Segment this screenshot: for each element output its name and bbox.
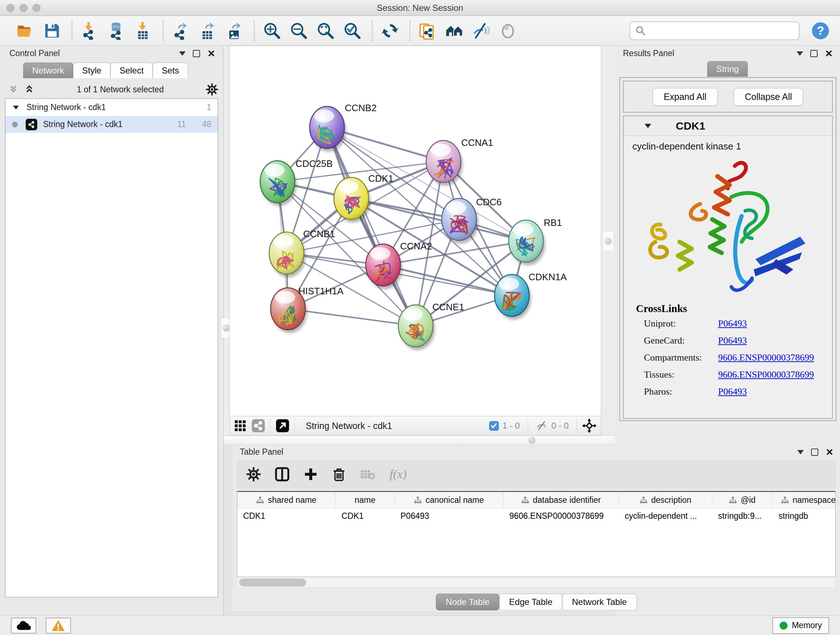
apply-layout-button[interactable] [380,19,400,42]
node-result-card: CDK1 cyclin-dependent kinase 1 [623,116,833,419]
help-button[interactable]: ? [810,19,831,42]
zoom-selected-button[interactable] [342,19,363,42]
column-header[interactable]: description [619,492,712,508]
tab-network-table[interactable]: Network Table [562,594,637,610]
network-overview-document-button[interactable] [417,19,438,42]
expand-all-icon[interactable] [24,84,35,95]
show-all-button[interactable] [498,19,518,42]
import-network-file-button[interactable] [80,19,100,42]
search-box[interactable] [630,21,799,40]
tissues-link[interactable]: 9606.ENSP00000378699 [718,369,814,380]
gear-icon[interactable] [206,83,218,96]
network-row[interactable]: String Network - cdk1 11 48 [5,116,218,133]
close-panel-icon[interactable]: ✕ [826,448,834,456]
export-image-icon [225,22,243,40]
collapse-all-button[interactable]: Collapse All [734,88,804,106]
network-node[interactable]: CCNA1 [426,137,493,186]
tab-sets[interactable]: Sets [153,63,188,78]
memory-label: Memory [792,621,822,630]
export-table-button[interactable] [197,19,218,42]
tab-node-table[interactable]: Node Table [436,594,499,610]
memory-button[interactable]: Memory [772,617,829,634]
create-column-plus-icon[interactable] [303,467,318,481]
compartments-link[interactable]: 9606.ENSP00000378699 [718,352,814,363]
column-header[interactable]: name [336,492,395,508]
right-splitter-handle[interactable] [603,231,614,251]
search-icon [635,25,646,36]
zoom-in-button[interactable] [262,19,282,42]
export-network-button[interactable] [171,19,191,42]
table-horizontal-scrollbar[interactable] [237,577,836,588]
network-node[interactable]: CDK1 [334,173,393,223]
export-image-button[interactable] [224,19,245,42]
left-splitter[interactable] [224,46,229,444]
hide-selected-button[interactable] [471,19,491,42]
save-session-button[interactable] [42,19,62,42]
column-header[interactable]: @id [712,492,773,508]
entry-collapse-icon[interactable] [645,124,651,128]
network-node[interactable]: HIST1H1A [271,286,344,333]
delete-column-trash-icon[interactable] [332,467,346,481]
tab-edge-table[interactable]: Edge Table [499,594,562,610]
network-node[interactable]: RB1 [508,217,562,265]
expand-all-button[interactable]: Expand All [653,88,718,106]
tab-network[interactable]: Network [23,63,73,78]
node-label: CDK1 [368,173,393,184]
network-node[interactable]: CCNA2 [366,241,432,289]
float-panel-icon[interactable] [193,50,200,57]
column-header[interactable]: canonical name [395,492,504,508]
hidden-count-badge: 0 - 0 [536,420,569,432]
close-panel-icon[interactable]: ✕ [825,50,833,57]
float-panel-icon[interactable] [810,50,818,57]
first-neighbors-button[interactable] [444,19,464,42]
genecard-link[interactable]: P06493 [718,335,747,346]
panel-menu-icon[interactable] [797,450,804,454]
network-node[interactable]: CDC25B [260,158,333,206]
grid-view-icon[interactable] [234,420,246,432]
network-node[interactable]: CCNB1 [269,228,335,277]
tab-style[interactable]: Style [73,63,111,78]
tab-select[interactable]: Select [111,63,153,78]
collapse-all-icon[interactable] [8,84,19,95]
svg-text:?: ? [817,24,824,37]
network-node[interactable]: CDC6 [442,196,502,244]
panel-menu-icon[interactable] [179,51,186,56]
open-session-button[interactable] [15,19,35,42]
float-panel-icon[interactable] [811,448,818,456]
table-splitter-handle[interactable] [528,437,535,444]
cloud-status-button[interactable] [11,618,36,633]
panel-menu-icon[interactable] [797,51,803,56]
search-input[interactable] [646,26,791,36]
column-header[interactable]: shared name [237,492,336,508]
network-canvas[interactable]: CCNB2CCNA1CDC25BCDK1CDC6RB1CCNB1CCNA2CDK… [230,46,601,416]
detach-view-icon[interactable] [276,419,289,432]
warnings-button[interactable] [46,618,71,633]
close-panel-icon[interactable]: ✕ [207,50,215,57]
control-panel-title: Control Panel [9,49,60,58]
table-row[interactable]: CDK1 CDK1 P06493 9606.ENSP00000378699 cy… [237,509,835,524]
scrollbar-thumb[interactable] [239,578,306,586]
uniprot-link[interactable]: P06493 [718,318,747,329]
network-node[interactable]: CCNB2 [309,103,377,152]
zoom-fit-button[interactable] [316,19,336,42]
column-header[interactable]: namespace [773,492,840,508]
zoom-out-button[interactable] [289,19,309,42]
network-node[interactable]: CCNE1 [398,302,464,350]
network-node[interactable]: CDKN1A [494,272,567,320]
tree-expand-icon[interactable] [12,103,20,111]
network-view[interactable]: CCNB2CCNA1CDC25BCDK1CDC6RB1CCNB1CCNA2CDK… [229,46,601,416]
node-label: CCNA1 [461,137,493,148]
show-columns-icon[interactable] [275,467,290,482]
import-table-button[interactable] [133,19,153,42]
share-view-icon[interactable] [251,419,265,432]
pharos-link[interactable]: P06493 [718,386,747,397]
selected-checkbox-icon[interactable] [489,421,499,431]
eye-disabled-icon [499,22,516,40]
tab-string[interactable]: String [707,61,748,77]
table-settings-gear-icon[interactable] [246,467,261,481]
import-network-database-button[interactable] [106,19,126,42]
network-collection-row[interactable]: String Network - cdk1 1 [5,99,218,116]
birdseye-toggle-icon[interactable] [582,418,597,433]
gene-description: cyclin-dependent kinase 1 [624,136,832,154]
column-header[interactable]: database identifier [504,492,619,508]
